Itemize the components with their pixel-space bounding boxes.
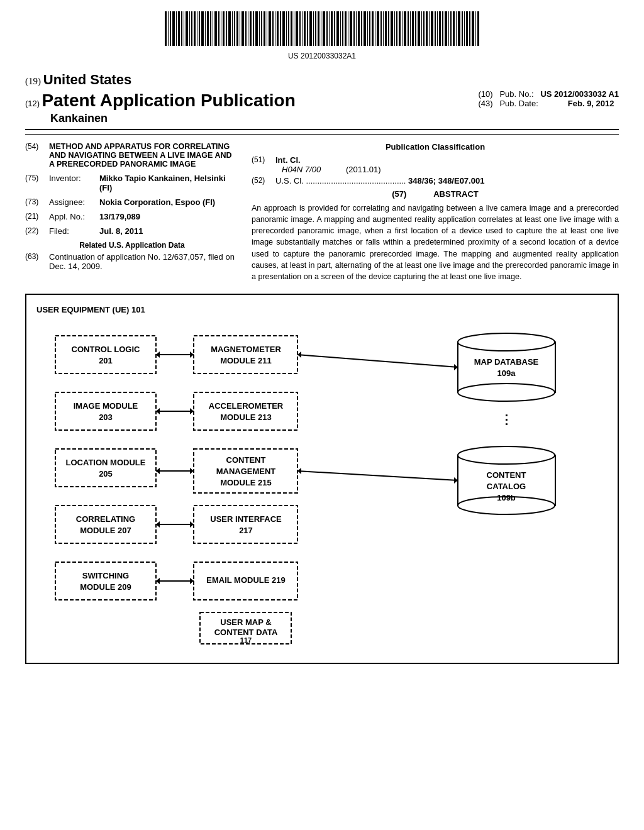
inventor-label: Inventor: (49, 174, 99, 192)
svg-point-153 (458, 384, 555, 401)
svg-rect-69 (350, 11, 352, 46)
svg-rect-29 (242, 11, 244, 46)
svg-text:205: 205 (99, 469, 113, 479)
svg-rect-40 (272, 11, 274, 46)
svg-rect-96 (423, 11, 425, 46)
svg-rect-2 (170, 11, 171, 46)
svg-rect-50 (299, 11, 301, 46)
header-divider2 (25, 134, 619, 135)
title-text: METHOD AND APPARATUS FOR CORRELATING AND… (49, 142, 239, 169)
svg-rect-14 (201, 11, 204, 46)
num21: (21) (25, 212, 49, 221)
field-inventor: (75) Inventor: Mikko Tapio Kankainen, He… (25, 174, 239, 192)
pub-class-title: Publication Classification (252, 142, 619, 152)
num54: (54) (25, 142, 49, 169)
svg-rect-71 (356, 11, 357, 46)
svg-rect-17 (210, 11, 211, 46)
svg-rect-27 (236, 11, 238, 46)
svg-text:203: 203 (99, 412, 113, 422)
svg-text:IMAGE MODULE: IMAGE MODULE (74, 401, 138, 411)
svg-rect-43 (280, 11, 281, 46)
svg-rect-56 (315, 11, 316, 46)
svg-rect-132 (194, 336, 297, 374)
svg-text:CONTENT: CONTENT (487, 470, 526, 480)
svg-text:SWITCHING: SWITCHING (82, 571, 129, 580)
svg-rect-54 (309, 11, 312, 46)
svg-text:LOCATION MODULE: LOCATION MODULE (66, 458, 146, 467)
svg-text:CATALOG: CATALOG (487, 482, 526, 491)
pub-date-label: Pub. Date: (499, 99, 538, 108)
int-cl-label: Int. Cl. (275, 155, 301, 165)
svg-rect-24 (228, 11, 231, 46)
field-appl: (21) Appl. No.: 13/179,089 (25, 212, 239, 221)
svg-rect-23 (226, 11, 227, 46)
svg-rect-89 (404, 11, 406, 46)
svg-rect-60 (326, 11, 328, 46)
filed-label: Filed: (49, 226, 99, 236)
patent-title-line: (12) Patent Application Publication (10)… (25, 89, 619, 111)
svg-rect-7 (184, 11, 184, 46)
svg-text:117: 117 (240, 636, 252, 644)
assignee-value: Nokia Corporation, Espoo (FI) (99, 197, 239, 207)
pub-no-value: US 2012/0033032 A1 (540, 89, 619, 99)
svg-rect-51 (302, 11, 303, 46)
num52: (52) (252, 176, 275, 185)
svg-text:217: 217 (239, 526, 253, 535)
svg-rect-94 (418, 11, 420, 46)
svg-rect-46 (288, 11, 289, 46)
svg-rect-68 (348, 11, 348, 46)
svg-rect-57 (318, 11, 319, 46)
svg-rect-63 (334, 11, 335, 46)
svg-rect-90 (408, 11, 409, 46)
svg-rect-135 (194, 392, 297, 430)
svg-rect-39 (269, 11, 271, 46)
svg-rect-105 (448, 11, 449, 46)
svg-rect-78 (375, 11, 375, 46)
related-data-title: Related U.S. Application Data (25, 241, 239, 250)
svg-rect-106 (450, 11, 452, 46)
svg-rect-79 (377, 11, 379, 46)
svg-rect-66 (342, 11, 343, 46)
svg-rect-31 (248, 11, 248, 46)
num43-label: (43) (478, 99, 492, 108)
svg-rect-74 (364, 11, 366, 46)
svg-rect-52 (304, 11, 306, 46)
svg-rect-76 (369, 11, 370, 46)
svg-rect-30 (245, 11, 247, 46)
svg-rect-114 (472, 11, 474, 46)
svg-rect-0 (165, 11, 167, 46)
svg-text:CORRELATING: CORRELATING (76, 514, 135, 524)
svg-rect-75 (367, 11, 368, 46)
svg-rect-104 (445, 11, 447, 46)
svg-rect-112 (466, 11, 468, 46)
svg-rect-86 (396, 11, 397, 46)
header-section: (19) United States (12) Patent Applicati… (0, 67, 644, 125)
appl-value: 13/179,089 (99, 212, 239, 221)
left-column: (54) METHOD AND APPARATUS FOR CORRELATIN… (25, 142, 239, 282)
svg-rect-113 (469, 11, 470, 46)
svg-rect-32 (250, 11, 252, 46)
svg-rect-36 (261, 11, 262, 46)
filed-value: Jul. 8, 2011 (99, 226, 239, 236)
inventor-name-header: Kankainen (50, 112, 619, 125)
svg-rect-48 (294, 11, 294, 46)
svg-rect-16 (207, 11, 209, 46)
svg-rect-44 (282, 11, 285, 46)
svg-rect-87 (399, 11, 401, 46)
svg-rect-98 (429, 11, 430, 46)
abstract-title-text: ABSTRACT (433, 189, 479, 199)
svg-rect-81 (383, 11, 384, 46)
svg-text:109b: 109b (497, 493, 516, 502)
pub-classification: Publication Classification (51) Int. Cl.… (252, 142, 619, 185)
svg-text:CONTROL LOGIC: CONTROL LOGIC (72, 345, 140, 354)
country-line: (19) United States (25, 72, 619, 88)
num75: (75) (25, 174, 49, 192)
diagram-section: USER EQUIPMENT (UE) 101 CONTROL LOGIC 20… (25, 294, 619, 664)
svg-rect-4 (176, 11, 177, 46)
appl-label: Appl. No.: (49, 212, 99, 221)
svg-rect-8 (186, 11, 188, 46)
svg-rect-58 (321, 11, 321, 46)
svg-line-181 (297, 471, 458, 480)
svg-rect-99 (431, 11, 433, 46)
field-continuation: (63) Continuation of application No. 12/… (25, 252, 239, 271)
